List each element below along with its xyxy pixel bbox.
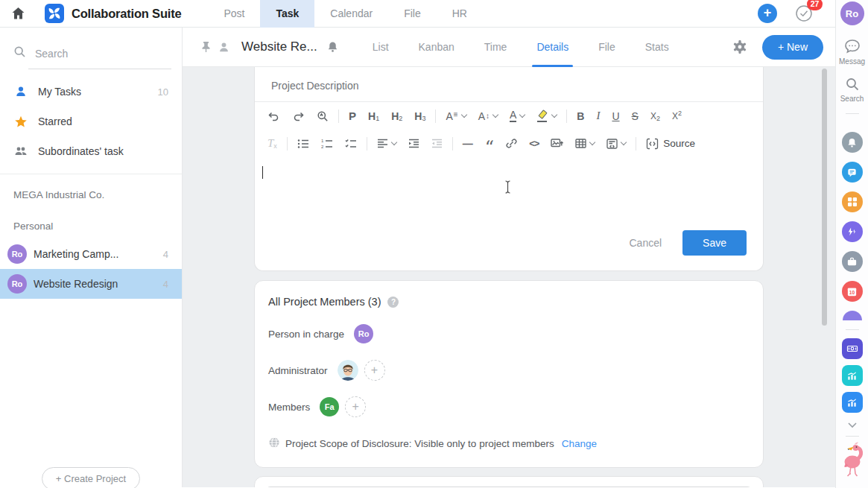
project-header: Website Re... List Kanban Time Details F… — [183, 28, 835, 67]
project-tabs: List Kanban Time Details File Stats — [358, 28, 684, 67]
highlight-icon[interactable] — [530, 107, 563, 126]
vertical-scrollbar[interactable] — [822, 69, 827, 326]
superscript-icon[interactable]: X2 — [666, 107, 688, 126]
checklist-icon[interactable] — [339, 134, 363, 153]
undo-icon[interactable] — [262, 107, 286, 126]
members-row: Members Fa + — [268, 396, 750, 417]
messenger-icon[interactable] — [843, 37, 861, 55]
automation-app-icon[interactable] — [842, 221, 863, 242]
analytics-blue-app-icon[interactable] — [842, 392, 863, 413]
next-card-input[interactable] — [264, 487, 753, 487]
description-editor[interactable] — [255, 157, 763, 223]
sidebar-project-website-redesign[interactable]: Ro Website Redesign 4 — [0, 269, 182, 299]
project-title[interactable]: Website Re... — [241, 39, 317, 54]
heading2-icon[interactable]: H2 — [385, 107, 408, 126]
analytics-teal-app-icon[interactable] — [842, 365, 863, 386]
main-area: Website Re... List Kanban Time Details F… — [183, 28, 835, 487]
administrator-avatar[interactable] — [338, 360, 358, 381]
italic-icon[interactable]: I — [590, 107, 606, 126]
top-tab-hr[interactable]: HR — [437, 0, 483, 28]
rail-expand-chevron-down-icon[interactable] — [847, 422, 858, 428]
top-tab-calendar[interactable]: Calendar — [314, 0, 388, 28]
gear-icon[interactable] — [732, 39, 747, 54]
top-tab-file[interactable]: File — [388, 0, 437, 28]
home-icon[interactable] — [11, 7, 25, 20]
tab-details[interactable]: Details — [522, 28, 583, 67]
calendar-app-icon[interactable]: 10 — [842, 281, 863, 302]
bell-icon[interactable] — [327, 41, 338, 53]
tab-time[interactable]: Time — [469, 28, 522, 67]
app-title: Collaboration Suite — [72, 7, 181, 21]
search-input[interactable] — [35, 48, 147, 60]
avatar: Ro — [7, 274, 27, 294]
insert-image-icon[interactable] — [545, 134, 569, 153]
members-card-title: All Project Members (3) — [268, 296, 381, 308]
link-icon[interactable] — [500, 134, 523, 153]
add-administrator-button[interactable]: + — [364, 360, 385, 381]
sidebar-item-starred[interactable]: Starred — [0, 107, 182, 136]
underline-icon[interactable]: U — [606, 107, 625, 126]
indent-icon[interactable] — [402, 134, 425, 153]
tab-stats[interactable]: Stats — [630, 28, 684, 67]
code-icon[interactable]: <> — [523, 134, 545, 153]
table-icon[interactable] — [569, 134, 601, 153]
app-logo-icon[interactable] — [45, 4, 64, 23]
bulleted-list-icon[interactable] — [291, 134, 315, 153]
payments-app-icon[interactable] — [842, 338, 863, 359]
find-replace-icon[interactable] — [311, 107, 335, 126]
content-scroll-area[interactable]: Project Description — [183, 67, 835, 487]
bold-icon[interactable]: B — [571, 107, 590, 126]
notifications-app-icon[interactable] — [842, 132, 863, 153]
quick-add-button[interactable]: + — [758, 4, 777, 23]
new-button[interactable]: + New — [762, 35, 823, 60]
outdent-icon[interactable] — [425, 134, 449, 153]
horizontal-rule-icon[interactable]: — — [457, 134, 479, 153]
redo-icon[interactable] — [286, 107, 311, 126]
align-icon[interactable] — [371, 134, 402, 153]
sidebar-item-subordinates-task[interactable]: Subordinates' task — [0, 136, 182, 166]
sidebar-item-label: My Tasks — [38, 86, 81, 98]
person-in-charge-avatar[interactable]: Ro — [354, 324, 373, 343]
blockquote-icon[interactable]: “ — [479, 138, 500, 157]
subscript-icon[interactable]: X2 — [644, 107, 666, 126]
template-icon[interactable] — [601, 134, 632, 153]
row-label: Administrator — [268, 365, 328, 376]
profile-avatar[interactable]: Ro — [840, 1, 864, 25]
apps-grid-icon[interactable] — [842, 191, 863, 212]
create-project-button[interactable]: + Create Project — [42, 467, 140, 488]
owner-icon[interactable] — [218, 42, 229, 53]
tab-file[interactable]: File — [583, 28, 630, 67]
sidebar-project-marketing[interactable]: Ro Marketing Camp... 4 — [0, 239, 182, 269]
hidden-app-icon[interactable] — [843, 311, 862, 320]
numbered-list-icon[interactable]: 1 2 — [315, 134, 339, 153]
text-color-icon[interactable]: A — [504, 107, 530, 126]
sidebar-group-org[interactable]: MEGA Industrial Co. — [0, 189, 182, 200]
heading3-icon[interactable]: H3 — [408, 107, 431, 126]
sidebar-group-personal[interactable]: Personal — [0, 221, 182, 232]
next-card-partial — [254, 476, 764, 487]
strikethrough-icon[interactable]: S — [626, 107, 644, 126]
heading1-icon[interactable]: H1 — [362, 107, 385, 126]
source-button[interactable]: Source — [640, 134, 701, 153]
font-style-icon[interactable]: A≡ — [440, 107, 472, 126]
flamingo-mascot[interactable] — [839, 442, 866, 478]
rail-search-icon[interactable] — [844, 76, 861, 92]
tab-kanban[interactable]: Kanban — [404, 28, 469, 67]
paragraph-icon[interactable]: P — [343, 107, 362, 126]
help-icon[interactable]: ? — [387, 297, 399, 308]
pin-icon[interactable] — [201, 41, 211, 53]
sidebar-item-my-tasks[interactable]: My Tasks 10 — [0, 77, 182, 107]
save-button[interactable]: Save — [682, 230, 747, 256]
top-tab-post[interactable]: Post — [208, 0, 260, 28]
cancel-button[interactable]: Cancel — [629, 237, 662, 249]
briefcase-app-icon[interactable] — [842, 251, 863, 272]
chat-app-icon[interactable] — [842, 162, 863, 183]
font-size-icon[interactable]: A↕ — [472, 107, 504, 126]
clear-format-icon[interactable]: Tx — [262, 134, 283, 153]
tab-list[interactable]: List — [358, 28, 404, 67]
reminders-button[interactable]: 27 — [795, 4, 813, 22]
member-avatar[interactable]: Fa — [320, 397, 339, 416]
add-member-button[interactable]: + — [345, 396, 366, 417]
change-link[interactable]: Change — [562, 438, 597, 449]
top-tab-task[interactable]: Task — [260, 0, 314, 28]
